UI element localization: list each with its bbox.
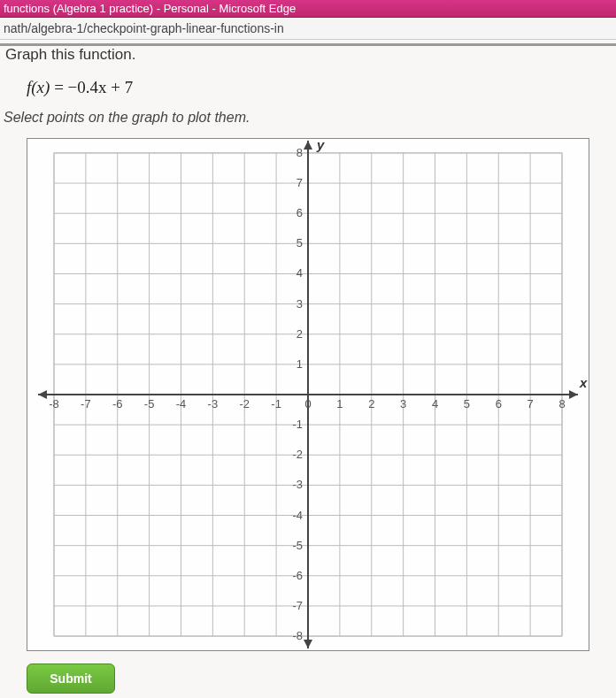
svg-text:y: y	[316, 139, 325, 152]
svg-text:-1: -1	[293, 418, 304, 431]
svg-text:3: 3	[400, 397, 406, 410]
svg-text:8: 8	[558, 397, 565, 410]
svg-text:-1: -1	[271, 397, 281, 410]
svg-text:1: 1	[336, 397, 343, 410]
svg-text:-4: -4	[293, 509, 304, 522]
svg-text:8: 8	[296, 146, 303, 159]
svg-text:-5: -5	[293, 539, 304, 552]
submit-button[interactable]: Submit	[27, 663, 115, 694]
svg-text:-6: -6	[112, 397, 123, 410]
problem-instruction: Graph this function.	[0, 43, 616, 73]
svg-text:2: 2	[296, 327, 303, 341]
svg-text:5: 5	[464, 397, 470, 410]
svg-text:-2: -2	[239, 397, 250, 410]
svg-text:-7: -7	[81, 397, 91, 410]
svg-marker-38	[38, 390, 47, 399]
function-lhs: f(x)	[27, 78, 50, 96]
svg-text:-8: -8	[293, 629, 304, 642]
submit-label: Submit	[50, 671, 91, 686]
svg-text:x: x	[579, 375, 588, 390]
window-title: functions (Algebra 1 practice) - Persona…	[4, 2, 296, 15]
svg-text:0: 0	[304, 397, 311, 410]
svg-marker-39	[304, 141, 312, 150]
svg-text:4: 4	[432, 397, 438, 410]
svg-text:7: 7	[296, 176, 303, 189]
svg-text:-8: -8	[49, 397, 59, 410]
svg-text:6: 6	[496, 397, 502, 410]
svg-text:-6: -6	[293, 569, 304, 582]
svg-text:-7: -7	[293, 599, 304, 612]
svg-text:2: 2	[368, 397, 374, 410]
svg-text:-2: -2	[293, 448, 304, 461]
url-bar[interactable]: nath/algebra-1/checkpoint-graph-linear-f…	[0, 18, 616, 40]
svg-marker-37	[569, 390, 578, 399]
svg-text:5: 5	[296, 236, 303, 249]
svg-marker-40	[304, 640, 312, 648]
function-rhs: −0.4x + 7	[68, 78, 134, 96]
function-equation: f(x) = −0.4x + 7	[0, 73, 616, 110]
svg-text:1: 1	[296, 357, 303, 371]
window-title-bar: functions (Algebra 1 practice) - Persona…	[0, 0, 616, 18]
svg-text:-4: -4	[176, 397, 187, 410]
svg-text:-5: -5	[144, 397, 155, 410]
svg-text:3: 3	[296, 297, 303, 311]
svg-text:-3: -3	[293, 478, 304, 491]
url-text: nath/algebra-1/checkpoint-graph-linear-f…	[4, 21, 284, 35]
svg-text:6: 6	[296, 206, 303, 219]
function-eq: =	[50, 78, 67, 96]
svg-text:-3: -3	[208, 397, 219, 410]
content-area: Graph this function. f(x) = −0.4x + 7 Se…	[0, 40, 616, 698]
graph-svg[interactable]: -8-7-6-5-4-3-2-1012345678-8-7-6-5-4-3-2-…	[27, 139, 589, 650]
svg-text:7: 7	[527, 397, 534, 410]
problem-subinstruction: Select points on the graph to plot them.	[0, 110, 616, 138]
svg-text:4: 4	[296, 266, 303, 280]
coordinate-graph[interactable]: -8-7-6-5-4-3-2-1012345678-8-7-6-5-4-3-2-…	[27, 138, 589, 651]
